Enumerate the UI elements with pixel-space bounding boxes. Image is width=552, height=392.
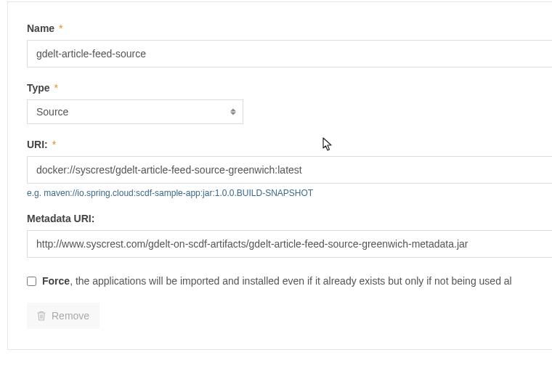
force-label: Force, the applications will be imported… [42, 275, 512, 287]
app-form-panel: Name * Type * Source URI: * e.g. maven:/… [7, 1, 552, 350]
metadata-uri-label: Metadata URI: [27, 213, 552, 224]
metadata-uri-input[interactable] [27, 230, 552, 258]
trash-icon [37, 311, 46, 321]
force-checkbox[interactable] [27, 277, 36, 286]
type-group: Type * Source [27, 82, 552, 124]
required-marker: * [52, 139, 56, 150]
force-label-rest: , the applications will be imported and … [70, 275, 512, 287]
force-row: Force, the applications will be imported… [27, 275, 552, 287]
uri-group: URI: * e.g. maven://io.spring.cloud:scdf… [27, 139, 552, 198]
metadata-uri-label-text: Metadata URI: [27, 213, 94, 224]
uri-label-text: URI: [27, 139, 48, 150]
force-label-bold: Force [42, 275, 70, 287]
uri-input[interactable] [27, 156, 552, 184]
name-group: Name * [27, 23, 552, 68]
uri-label: URI: * [27, 139, 552, 150]
type-select[interactable]: Source [27, 99, 243, 124]
type-label-text: Type [27, 82, 50, 94]
name-label-text: Name [27, 23, 54, 34]
uri-hint: e.g. maven://io.spring.cloud:scdf-sample… [27, 188, 552, 198]
metadata-uri-group: Metadata URI: [27, 213, 552, 258]
required-marker: * [54, 82, 58, 94]
name-label: Name * [27, 23, 552, 34]
type-label: Type * [27, 82, 552, 94]
name-input[interactable] [27, 40, 552, 68]
remove-button-label: Remove [52, 310, 89, 322]
type-select-wrap: Source [27, 99, 243, 124]
remove-button[interactable]: Remove [27, 303, 100, 329]
required-marker: * [59, 23, 62, 34]
